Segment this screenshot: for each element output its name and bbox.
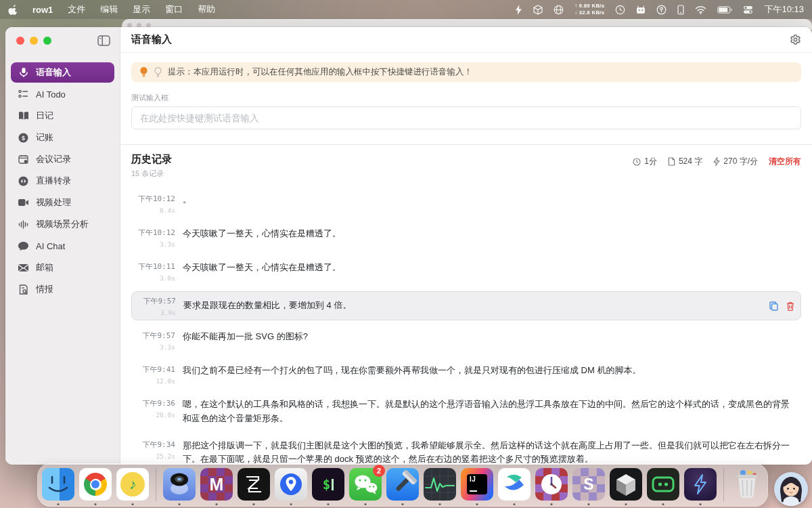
dock-chrome-icon[interactable] bbox=[79, 468, 112, 501]
running-indicator bbox=[328, 503, 330, 505]
bolt-icon[interactable] bbox=[515, 5, 522, 15]
record-meta: 下午10:113.0s bbox=[137, 261, 175, 282]
running-indicator bbox=[290, 503, 292, 505]
avatar[interactable] bbox=[774, 472, 808, 506]
running-indicator bbox=[625, 503, 627, 505]
record-time: 下午9:57 bbox=[137, 331, 175, 341]
clear-all-button[interactable]: 清空所有 bbox=[769, 156, 801, 167]
dock-instruments-icon[interactable] bbox=[424, 468, 456, 501]
network-speed[interactable]: ↑ 9.89 KB/s ↓ 32.8 KB/s bbox=[574, 3, 604, 16]
test-input[interactable] bbox=[131, 106, 801, 129]
menubar-menu[interactable]: 窗口 bbox=[165, 3, 183, 16]
dock-pin-app-icon[interactable] bbox=[275, 468, 307, 501]
menubar-menu[interactable]: 文件 bbox=[68, 3, 85, 16]
record-time: 下午9:36 bbox=[137, 398, 175, 408]
menubar-menus: 文件编辑显示窗口帮助 bbox=[68, 3, 215, 16]
record-duration: 20.0s bbox=[137, 411, 175, 419]
history-section: 历史记录 15 条记录 1分 524 字 bbox=[120, 144, 812, 465]
dock-clock-tiles-icon[interactable] bbox=[535, 468, 568, 501]
phone-icon[interactable] bbox=[677, 5, 684, 15]
robot-icon[interactable] bbox=[636, 5, 646, 14]
sidebar-item-meeting-notes[interactable]: 会议记录 bbox=[11, 149, 114, 169]
switches-icon[interactable] bbox=[743, 5, 753, 14]
record-text: 那把这个排版调一下，就是我们主图就是这个大图的预览，我希望能够展示全。然后这样的… bbox=[183, 439, 795, 465]
zoom-button[interactable] bbox=[43, 37, 51, 45]
sidebar-item-ai-todo[interactable]: AI Todo bbox=[11, 84, 114, 104]
menubar-app-name[interactable]: row1 bbox=[32, 5, 53, 15]
sidebar-item-label: 邮箱 bbox=[36, 261, 53, 274]
history-record[interactable]: 下午10:120.4s。 bbox=[131, 190, 801, 217]
sidebar-item-video-scene-analysis[interactable]: 视频场景分析 bbox=[11, 214, 114, 234]
running-indicator bbox=[514, 503, 516, 505]
history-record[interactable]: 下午9:3425.2s那把这个排版调一下，就是我们主图就是这个大图的预览，我希望… bbox=[131, 436, 801, 465]
history-record[interactable]: 下午9:573.9s要求是跟现在的数量相比，要增加到 4 倍。 bbox=[131, 291, 801, 320]
notification-badge: 2 bbox=[373, 465, 385, 477]
sidebar-item-ai-chat[interactable]: AI Chat bbox=[11, 236, 114, 256]
sidebar-item-voice-input[interactable]: 语音输入 bbox=[11, 62, 114, 83]
globe-icon[interactable] bbox=[554, 5, 564, 15]
dock-finder-icon[interactable] bbox=[42, 468, 74, 501]
settings-gear-icon[interactable] bbox=[790, 34, 801, 45]
menubar-status-icons bbox=[515, 5, 564, 15]
dock-bird-icon[interactable] bbox=[498, 468, 531, 501]
sidebar-item-mailbox[interactable]: 邮箱 bbox=[11, 257, 114, 278]
history-record[interactable]: 下午9:4112.0s我们之前不是已经有一个打火的包了吗，现在你需要额外再帮我做… bbox=[131, 360, 801, 388]
copy-icon[interactable] bbox=[769, 301, 778, 311]
dock-qq-music-icon[interactable]: ♪ bbox=[116, 468, 149, 501]
dock-intellij-icon[interactable]: IJ bbox=[461, 468, 493, 501]
dock-m-app-icon[interactable]: M bbox=[200, 468, 233, 501]
video-icon bbox=[18, 198, 29, 207]
close-button[interactable] bbox=[16, 37, 24, 45]
dock-zed-icon[interactable] bbox=[238, 468, 270, 501]
todo-icon bbox=[18, 89, 29, 99]
record-text: 我们之前不是已经有一个打火的包了吗，现在你需要额外再帮我做一个，就是只对现有的包… bbox=[183, 364, 641, 378]
history-record[interactable]: 下午9:573.3s你能不能再加一批 SVG 的图标? bbox=[131, 326, 801, 354]
dock-terminal-dollar-icon[interactable]: $ bbox=[312, 468, 344, 501]
mic-icon bbox=[18, 67, 29, 78]
record-actions bbox=[760, 301, 794, 311]
menu-bar: row1 文件编辑显示窗口帮助 ↑ 9.89 KB/s ↓ 32.8 KB/s … bbox=[0, 0, 812, 19]
sidebar-item-ledger[interactable]: $记账 bbox=[11, 127, 114, 148]
bulb-outline-icon bbox=[154, 67, 162, 77]
sidebar-item-label: 语音输入 bbox=[36, 66, 71, 79]
history-record[interactable]: 下午10:123.3s今天咳嗽了一整天，心情实在是糟透了。 bbox=[131, 224, 801, 251]
dock-bolt-app-icon[interactable] bbox=[684, 468, 717, 501]
sidebar-nav: 语音输入AI Todo日记$记账会议记录直播转录视频处理视频场景分析AI Cha… bbox=[5, 53, 120, 299]
download-speed: ↓ 32.8 KB/s bbox=[574, 9, 604, 16]
dock-robot-icon[interactable] bbox=[647, 468, 679, 501]
dock-wechat-icon[interactable]: 2 bbox=[349, 468, 382, 501]
sidebar-item-diary[interactable]: 日记 bbox=[11, 106, 114, 126]
dock-s-tiles-icon[interactable]: S bbox=[572, 468, 605, 501]
sidebar-item-label: 情报 bbox=[36, 283, 53, 295]
traffic-lights bbox=[16, 37, 51, 45]
menubar-menu[interactable]: 显示 bbox=[133, 3, 150, 16]
timer-icon[interactable] bbox=[615, 5, 625, 15]
menubar-menu[interactable]: 编辑 bbox=[100, 3, 118, 16]
running-indicator bbox=[132, 503, 134, 505]
clock-icon bbox=[633, 158, 641, 166]
dollar-icon: $ bbox=[18, 133, 29, 143]
cube-icon[interactable] bbox=[533, 5, 543, 15]
menubar-menu[interactable]: 帮助 bbox=[198, 3, 215, 16]
apple-logo-icon[interactable] bbox=[8, 4, 18, 15]
sidebar-toggle-icon[interactable] bbox=[97, 35, 110, 46]
history-record[interactable]: 下午10:113.0s今天咳嗽了一整天，心情实在是糟透了。 bbox=[131, 257, 801, 285]
sidebar-item-intel[interactable]: 情报 bbox=[11, 279, 114, 299]
wifi-icon[interactable] bbox=[695, 5, 706, 14]
menubar-clock[interactable]: 下午10:13 bbox=[764, 3, 804, 16]
history-record[interactable]: 下午9:3620.0s嗯，在这个默认的工具条和风格的话，我想换一下。就是默认的这… bbox=[131, 394, 801, 429]
dock-cube-icon[interactable] bbox=[610, 468, 642, 501]
key-circle-icon[interactable] bbox=[656, 5, 667, 15]
minimize-button[interactable] bbox=[30, 37, 38, 45]
record-text: 嗯，在这个默认的工具条和风格的话，我想换一下。就是默认的这个悬浮语音输入法的悬浮… bbox=[183, 398, 795, 426]
sidebar-item-live-transcribe[interactable]: 直播转录 bbox=[11, 171, 114, 191]
dock-divider bbox=[156, 468, 156, 502]
live-icon bbox=[18, 176, 29, 186]
dock-xcode-icon[interactable] bbox=[386, 468, 419, 501]
sidebar-item-video-process[interactable]: 视频处理 bbox=[11, 192, 114, 213]
dock-speaker-icon[interactable] bbox=[163, 468, 196, 501]
dock-trash-icon[interactable] bbox=[731, 468, 763, 501]
trash-icon[interactable] bbox=[786, 301, 794, 311]
battery-icon[interactable] bbox=[717, 6, 732, 14]
stat-words: 524 字 bbox=[668, 156, 702, 167]
